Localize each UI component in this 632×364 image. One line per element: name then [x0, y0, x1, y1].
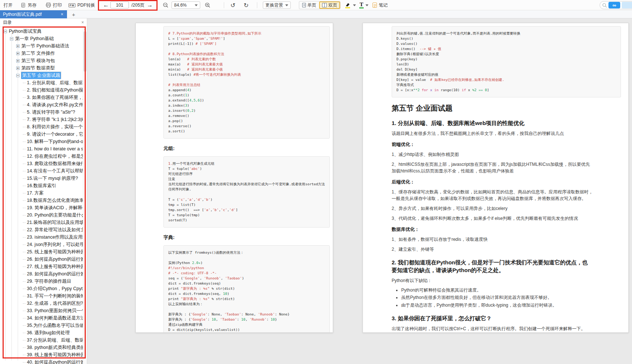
double-page-button[interactable]: 双页 — [319, 1, 340, 9]
scroll-up-icon[interactable]: ▲ — [83, 27, 87, 30]
toc-item[interactable]: Python面试宝典 — [0, 28, 83, 35]
browser-logo-icon[interactable]: ∞ — [608, 2, 620, 8]
next-page-button[interactable]: → — [147, 0, 153, 10]
toc-item[interactable]: 2. 我们都知道现在Python很火 — [0, 86, 83, 94]
tree-collapse-icon[interactable] — [16, 74, 20, 77]
toc-item[interactable]: 29. 字符串的操作题目 — [0, 278, 83, 285]
print-label: 打印 — [53, 2, 62, 8]
toc-item[interactable]: 33. Python里面如何拷贝一个对 — [0, 307, 83, 314]
toc-item[interactable]: 22. 异常处理写法以及如何主动 — [0, 226, 83, 233]
tree-expand-icon[interactable] — [16, 67, 20, 70]
toc-item[interactable]: 26. 如何提高python的运行效率 — [0, 256, 83, 263]
toc-item[interactable]: 14.有没有一个工具可以帮助查 — [0, 167, 83, 175]
code-line: seq = ('Google', 'Runoob', 'Taobao') — [168, 276, 325, 281]
toc-item[interactable]: 18.数据库怎么优化查询效率? — [0, 197, 83, 204]
toc-item-label: 25. 线上服务可能因为种种原因 — [27, 249, 83, 255]
code-line: max(a) # 返回列表元素最大值 — [168, 62, 325, 67]
tree-connector-line — [23, 215, 26, 215]
toc-item[interactable]: 9. 请设计一个decorator，它可 — [0, 131, 83, 138]
zoom-out-icon — [163, 2, 169, 8]
toc-item[interactable]: 7. 将字符串 "k:1 |k1:2|k2:3|k3 — [0, 116, 83, 123]
toc-item[interactable]: 36. 遇到bug如何处理 — [0, 329, 83, 336]
prev-page-button[interactable]: ← — [103, 0, 109, 10]
toc-item[interactable]: 40. 如何提高python的运行效率 — [0, 358, 83, 364]
highlighter-button[interactable] — [345, 0, 356, 10]
zoom-select[interactable]: 84.6% — [172, 0, 200, 10]
zoom-out-button[interactable] — [163, 0, 169, 10]
toc-item[interactable]: 32. 生成器，迭代器的区别? — [0, 300, 83, 307]
tree-expand-icon[interactable] — [16, 44, 20, 48]
toc-item[interactable]: 31. 手写一个判断时间的装饰器 — [0, 292, 83, 300]
sidebar-scrollbar[interactable]: ▲ — [83, 27, 87, 364]
bullet-item: 虽然Python在很多方面都性能良好，但在移动计算和浏览器方面表现不够好。 — [401, 295, 621, 301]
question-heading: 2. 我们都知道现在Python很火，但是对于一门技术我们不光要知道它的优点，也… — [392, 258, 621, 274]
open-button[interactable]: 打开 — [4, 0, 13, 10]
pdf-page-right-content: 列出所有的键,值.注意得到的是一个可迭代对象,而不是列表.用的时候需要转换D.k… — [392, 26, 621, 332]
page-number-input[interactable] — [110, 1, 129, 8]
code-block: # 7.Python的列表的截取与字符串操作类型相同,如下所示L = ['spa… — [163, 26, 330, 139]
code-line: a.index(3) — [168, 103, 325, 108]
toc-item[interactable]: 25. 线上服务可能因为种种原因 — [0, 248, 83, 256]
toc-item[interactable]: 13. 爬取这些数据都用来做什么 — [0, 160, 83, 167]
pdf-page-left[interactable]: # 7.Python的列表的截取与字符串操作类型相同,如下所示L = ['spa… — [135, 23, 333, 333]
toc-item[interactable]: 10. 解释一下python的and-or — [0, 138, 83, 145]
tree-collapse-icon[interactable] — [10, 37, 13, 40]
tab-python-pdf[interactable]: Python面试宝典.pdf × — [0, 10, 67, 18]
toc-item[interactable]: 第一章 Python基础 — [0, 35, 83, 42]
toc-item[interactable]: 第二节 文件操作 — [0, 50, 83, 57]
code-line: # 列表常用方法总结 — [168, 82, 325, 88]
toc-item[interactable]: 第三节 模块与包 — [0, 57, 83, 64]
toc-item[interactable]: 第五节 企业面试题 — [0, 72, 83, 79]
bullet-item: 由于是动态语言，Python使用鸭子类型，即duck-typing，这会增加运行… — [401, 302, 621, 308]
toc-item[interactable]: 8. 利用切片操作，实现一个trim — [0, 123, 83, 131]
single-page-button[interactable]: 单页 — [299, 1, 319, 9]
toc-item[interactable]: 23. isinstance作用以及应用场 — [0, 233, 83, 241]
tree-expand-icon[interactable] — [16, 52, 20, 55]
toc-item[interactable]: 19. 简单谈谈ACID，并解释每 — [0, 204, 83, 211]
undo-button[interactable]: ↺ — [230, 0, 235, 10]
toc-item[interactable]: 15.说一下 mysql 的原理? — [0, 175, 83, 182]
toc-item[interactable]: 38. python新式类和经典类的区 — [0, 344, 83, 351]
tree-expand-icon[interactable] — [16, 59, 20, 63]
text-color-button[interactable]: T — [359, 0, 368, 10]
toc-item[interactable]: 3. 如果你困在了死循环里，怎么 — [0, 94, 83, 101]
code-line: T = tunple(tmp) — [168, 213, 325, 218]
sidebar-close-icon[interactable]: × — [81, 20, 84, 25]
toc-item[interactable]: 24. json序列化时，可以处理的 — [0, 241, 83, 248]
toc-item[interactable]: 16.数据库索引 — [0, 182, 83, 189]
change-background-button[interactable]: 更换背景 — [263, 0, 291, 10]
toc-item[interactable]: 20. Python的主要功能是什么? — [0, 211, 83, 219]
toc-item[interactable]: 11. how do I iterate over a s — [0, 145, 83, 153]
toc-item[interactable]: 4. 请谈谈.pyc文件和.py文件的 — [0, 101, 83, 108]
toc-item[interactable]: 34. 如何判断是函数还是方法? — [0, 314, 83, 322]
toc-item[interactable]: 5. 请反转字符串 "aStr"? — [0, 108, 83, 116]
pdf-convert-button[interactable]: PW PDF转换 — [68, 0, 95, 10]
toc-item[interactable]: 17. 方案 — [0, 189, 83, 197]
pdf-page-right[interactable]: 列出所有的键,值.注意得到的是一个可迭代对象,而不是列表.用的时候需要转换D.k… — [363, 23, 629, 333]
search-box[interactable]: ∞ — [600, 1, 632, 9]
tree-collapse-icon[interactable] — [4, 30, 7, 33]
zoom-in-button[interactable] — [205, 0, 211, 10]
toc-item[interactable]: 21.装饰器的写法以及应用场景 — [0, 219, 83, 226]
toc-item[interactable]: 39. 线上服务可能因为种种原因 — [0, 351, 83, 358]
code-line: D.values() — [396, 41, 616, 46]
print-button[interactable]: 打印 — [46, 0, 62, 10]
tree-connector-line — [23, 252, 26, 252]
redo-button[interactable]: ↻ — [244, 0, 248, 10]
toc-item[interactable]: 35.为什么函数名字可以当做参 — [0, 322, 83, 329]
save-as-button[interactable]: 另存 — [21, 0, 36, 10]
toc-item[interactable]: 第四节 数据类型 — [0, 64, 83, 72]
scrollbar-thumb[interactable] — [84, 31, 86, 72]
new-tab-button[interactable]: + — [69, 10, 78, 18]
toc-item[interactable]: 30.介绍Cython，Pypy Cpytho — [0, 285, 83, 292]
notes-button[interactable]: 笔记 — [373, 0, 388, 10]
toc-item[interactable]: 12. 你在爬虫过程中，都是怎么 — [0, 153, 83, 160]
toc-item-label: 3. 如果你困在了死循环里，怎么 — [27, 94, 83, 101]
toc-item[interactable]: 28. 如何提高python的运行效率 — [0, 270, 83, 278]
toc-item[interactable]: 37.分别从前端、后端、数据库 — [0, 336, 83, 344]
toc-item[interactable]: 第一节 Python基础语法 — [0, 42, 83, 50]
toc-item[interactable]: 27. 线上服务可能因为种种原因 — [0, 263, 83, 270]
tab-close-icon[interactable]: × — [60, 12, 64, 17]
chevron-down-icon — [195, 4, 198, 6]
toc-item[interactable]: 1. 分别从前端、后端、数据库阐 — [0, 79, 83, 86]
